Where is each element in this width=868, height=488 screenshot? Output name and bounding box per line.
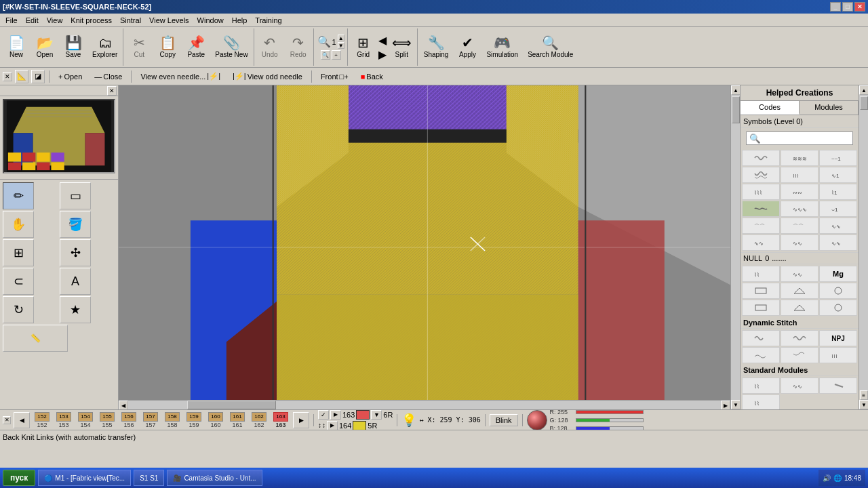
- ds-4[interactable]: [781, 347, 818, 363]
- scroll-up[interactable]: ▲: [731, 85, 740, 95]
- menu-view[interactable]: View: [43, 15, 67, 26]
- close-button[interactable]: ✕: [854, 2, 865, 12]
- panel-close-x[interactable]: ✕: [3, 72, 12, 81]
- start-button[interactable]: пуск: [3, 470, 35, 486]
- symbol-a1[interactable]: ⌇⌇: [742, 266, 780, 282]
- needle-163[interactable]: 163 163: [271, 412, 290, 428]
- symbol-12[interactable]: ⌣1: [819, 201, 857, 217]
- needle-prev[interactable]: ◀: [14, 412, 30, 428]
- sm-4[interactable]: ⌇⌇: [742, 394, 780, 411]
- measure-tool[interactable]: 📏: [3, 325, 68, 352]
- symbol-15[interactable]: ∿∿: [819, 218, 857, 234]
- tab-codes[interactable]: Codes: [741, 101, 800, 115]
- ds-2[interactable]: [781, 330, 818, 346]
- needle-161[interactable]: 161 161: [228, 412, 247, 428]
- canvas-area[interactable]: ▲ ▼ ◀ ▶: [119, 85, 740, 409]
- symbol-13[interactable]: ⌒⌒: [742, 218, 780, 234]
- close-sec-button[interactable]: — Close: [90, 70, 127, 83]
- scroll-down[interactable]: ▼: [731, 400, 740, 409]
- taskbar-item-2[interactable]: S1 S1: [134, 470, 164, 486]
- symbol-14[interactable]: ⌒⌒: [781, 218, 818, 234]
- symbol-4[interactable]: [742, 167, 780, 183]
- hand-tool[interactable]: ✋: [3, 211, 34, 238]
- symbol-11[interactable]: ∿∿∿: [781, 201, 818, 217]
- symbol-b2[interactable]: [781, 283, 818, 299]
- arrow-left[interactable]: ◀: [378, 34, 387, 47]
- color-sphere[interactable]: [527, 410, 547, 430]
- paste-button[interactable]: 📌 Paste: [182, 30, 210, 65]
- row-play-1[interactable]: ▶: [330, 410, 341, 420]
- symbol-5[interactable]: ≀≀≀: [781, 167, 818, 183]
- zoom-plus[interactable]: +: [332, 50, 341, 60]
- row-play-2[interactable]: ▶: [327, 421, 338, 430]
- menu-file[interactable]: File: [1, 15, 22, 26]
- right-panel-scrollbar[interactable]: ▲ ≡ ▼: [859, 85, 868, 409]
- rp-scroll-up[interactable]: ▲: [859, 85, 868, 95]
- ds-npj[interactable]: NPJ: [819, 330, 857, 346]
- undo-button[interactable]: ↶ Undo: [256, 30, 283, 65]
- ds-1[interactable]: [742, 330, 780, 346]
- symbol-1[interactable]: [742, 150, 780, 166]
- split-button[interactable]: ⟺ Split: [388, 30, 416, 65]
- needle-158[interactable]: 158 158: [163, 412, 182, 428]
- apply-button[interactable]: ✔ Apply: [454, 30, 481, 65]
- symbol-a2[interactable]: ∿∿: [781, 266, 818, 282]
- search-module-button[interactable]: 🔍 Search Module: [524, 30, 577, 65]
- needle-159[interactable]: 159 159: [184, 412, 203, 428]
- taskbar-item-3[interactable]: 🎥 Camtasia Studio - Unt...: [167, 470, 262, 486]
- view-even-needle-button[interactable]: View even needle... |⚡|: [136, 70, 225, 83]
- save-button[interactable]: 💾 Save: [60, 30, 87, 65]
- symbol-b1[interactable]: [742, 283, 780, 299]
- needle-156[interactable]: 156 156: [119, 412, 138, 428]
- front-button[interactable]: Front □+: [316, 70, 353, 83]
- toolbar-icon-1[interactable]: 📐: [15, 70, 28, 83]
- copy-button[interactable]: 📋 Copy: [154, 30, 181, 65]
- needle-162[interactable]: 162 162: [250, 412, 269, 428]
- symbol-c1[interactable]: [742, 300, 780, 316]
- ds-3[interactable]: [742, 347, 780, 363]
- rp-scroll-btn[interactable]: ≡: [860, 390, 868, 400]
- symbol-6[interactable]: ∿1: [819, 167, 857, 183]
- arrow-right[interactable]: ▶: [378, 48, 387, 61]
- simulation-button[interactable]: 🎮 Simulation: [482, 30, 522, 65]
- taskbar-item-1[interactable]: 🔵 M1 - [Fabric view[Tec...: [38, 470, 131, 486]
- cut-button[interactable]: ✂ Cut: [125, 30, 153, 65]
- needle-strip-close[interactable]: ✕: [3, 416, 11, 424]
- shaping-button[interactable]: 🔧 Shaping: [420, 30, 453, 65]
- menu-sintral[interactable]: Sintral: [116, 15, 145, 26]
- symbol-2[interactable]: ≋≋≋: [781, 150, 818, 166]
- minimize-button[interactable]: _: [830, 2, 841, 12]
- tab-modules[interactable]: Modules: [800, 101, 859, 115]
- sm-2[interactable]: ∿∿: [781, 378, 818, 394]
- symbol-mg[interactable]: Mg: [819, 266, 857, 282]
- needle-153[interactable]: 153 153: [54, 412, 73, 428]
- symbol-9[interactable]: ⌇1: [819, 184, 857, 200]
- needle-157[interactable]: 157 157: [141, 412, 160, 428]
- rectangle-tool[interactable]: ▭: [60, 182, 91, 209]
- row-color-1[interactable]: [356, 410, 370, 420]
- menu-help[interactable]: Help: [228, 15, 252, 26]
- lamp-icon[interactable]: 💡: [401, 413, 416, 428]
- move-tool[interactable]: ✣: [60, 239, 91, 266]
- symbol-8[interactable]: ∾∾: [781, 184, 818, 200]
- grid-button[interactable]: ⊞ Grid: [350, 30, 377, 65]
- symbol-c3[interactable]: [819, 300, 857, 316]
- needle-152[interactable]: 152 152: [33, 412, 52, 428]
- menu-knit-process[interactable]: Knit process: [66, 15, 116, 26]
- ds-5[interactable]: ≀≀≀: [819, 347, 857, 363]
- menu-view-levels[interactable]: View Levels: [145, 15, 193, 26]
- new-button[interactable]: 📄 New: [3, 30, 30, 65]
- symbols-search-input[interactable]: [746, 131, 853, 145]
- blink-button[interactable]: Blink: [490, 414, 518, 426]
- row-checkbox-1[interactable]: ✓: [318, 410, 329, 420]
- move-group-tool[interactable]: ⊞: [3, 239, 34, 266]
- symbol-17[interactable]: ∿∿: [781, 235, 818, 251]
- sm-3[interactable]: [819, 378, 857, 394]
- open-button[interactable]: 📂 Open: [31, 30, 58, 65]
- open-sec-button[interactable]: + Open: [54, 70, 87, 83]
- redo-button[interactable]: ↷ Redo: [285, 30, 312, 65]
- symbol-18[interactable]: ∿∿: [819, 235, 857, 251]
- sm-1[interactable]: ⌇⌇: [742, 378, 780, 394]
- star-tool[interactable]: ★: [60, 296, 91, 323]
- pencil-tool[interactable]: ✏: [3, 182, 34, 209]
